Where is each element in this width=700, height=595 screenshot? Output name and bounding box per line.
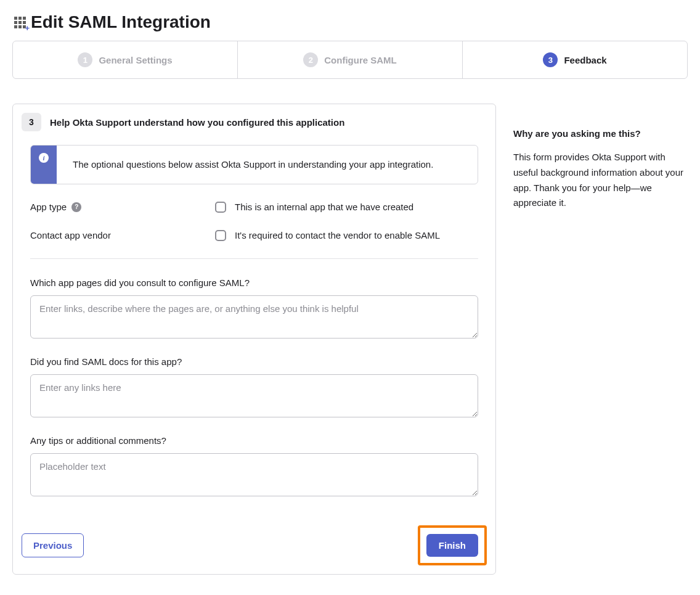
app-type-checkbox-label: This is an internal app that we have cre… (235, 202, 413, 212)
info-text: The optional questions below assist Okta… (57, 146, 449, 184)
step-number-1: 1 (78, 52, 92, 67)
side-panel-text: This form provides Okta Support with use… (513, 150, 688, 211)
info-callout: i The optional questions below assist Ok… (30, 145, 478, 184)
help-icon[interactable]: ? (71, 202, 81, 212)
side-panel: Why are you asking me this? This form pr… (513, 104, 688, 211)
contact-vendor-label: Contact app vendor (30, 230, 111, 240)
page-header: + Edit SAML Integration (12, 12, 688, 32)
pages-consulted-label: Which app pages did you consult to confi… (30, 277, 478, 288)
wizard-step-general-settings[interactable]: 1 General Settings (13, 41, 238, 78)
info-stripe: i (31, 146, 57, 184)
app-type-label: App type (30, 202, 67, 212)
step-number-2: 2 (303, 52, 318, 67)
plus-icon: + (25, 24, 30, 32)
wizard-step-feedback[interactable]: 3 Feedback (463, 41, 687, 78)
step-label: Configure SAML (324, 55, 397, 65)
section-title: Help Okta Support understand how you con… (50, 117, 344, 128)
apps-grid-icon: + (12, 15, 27, 30)
step-label: Feedback (564, 55, 606, 65)
divider (30, 258, 478, 259)
contact-vendor-checkbox[interactable] (215, 230, 226, 241)
contact-vendor-checkbox-label: It's required to contact the vendor to e… (235, 230, 440, 240)
wizard-step-configure-saml[interactable]: 2 Configure SAML (238, 41, 463, 78)
finish-button[interactable]: Finish (426, 534, 478, 557)
previous-button[interactable]: Previous (22, 533, 84, 557)
section-number-badge: 3 (22, 113, 41, 131)
pages-consulted-textarea[interactable] (30, 295, 478, 339)
saml-docs-label: Did you find SAML docs for this app? (30, 356, 478, 367)
step-number-3: 3 (543, 52, 558, 67)
saml-docs-field: Did you find SAML docs for this app? (30, 356, 478, 419)
button-row: Previous Finish (22, 525, 487, 565)
page-title: Edit SAML Integration (31, 12, 211, 32)
step-label: General Settings (99, 55, 172, 65)
tips-textarea[interactable] (30, 453, 478, 496)
pages-consulted-field: Which app pages did you consult to confi… (30, 277, 478, 340)
info-icon: i (39, 153, 49, 163)
side-panel-title: Why are you asking me this? (513, 128, 688, 139)
contact-vendor-row: Contact app vendor It's required to cont… (30, 230, 478, 241)
tips-label: Any tips or additional comments? (30, 435, 478, 446)
tips-field: Any tips or additional comments? (30, 435, 478, 498)
main-form-panel: 3 Help Okta Support understand how you c… (12, 104, 496, 575)
section-header: 3 Help Okta Support understand how you c… (22, 113, 487, 131)
app-type-checkbox[interactable] (215, 202, 226, 213)
finish-highlight-box: Finish (418, 525, 487, 565)
app-type-row: App type ? This is an internal app that … (30, 202, 478, 213)
saml-docs-textarea[interactable] (30, 374, 478, 417)
wizard-steps: 1 General Settings 2 Configure SAML 3 Fe… (12, 41, 688, 79)
